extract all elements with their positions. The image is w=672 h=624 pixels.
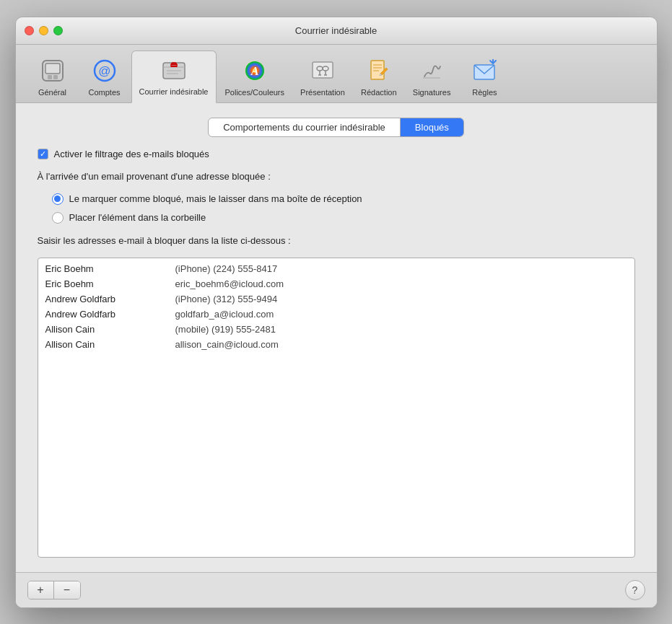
checkmark-icon: ✓	[40, 150, 46, 158]
contact-name: Eric Boehm	[45, 278, 175, 289]
toolbar-item-redaction[interactable]: Rédaction	[354, 52, 404, 102]
titlebar: Courrier indésirable	[16, 17, 657, 45]
regles-icon	[470, 56, 499, 85]
toolbar: Général @ Comptes	[16, 45, 657, 103]
signatures-icon	[417, 56, 446, 85]
toolbar-item-presentation[interactable]: Présentation	[293, 52, 352, 102]
main-window: Courrier indésirable Général @	[15, 17, 658, 608]
radio-row-trash[interactable]: Placer l'élément dans la corbeille	[52, 212, 635, 224]
svg-rect-2	[48, 75, 52, 79]
radio-row-mark[interactable]: Le marquer comme bloqué, mais le laisser…	[52, 193, 635, 205]
comptes-label: Comptes	[88, 88, 120, 97]
contact-value: (iPhone) (312) 555-9494	[175, 294, 278, 304]
toolbar-item-comptes[interactable]: @ Comptes	[79, 52, 130, 102]
svg-rect-1	[45, 63, 60, 74]
add-remove-buttons: + −	[27, 581, 81, 599]
redaction-icon	[365, 56, 393, 85]
minimize-button[interactable]	[39, 26, 48, 35]
polices-icon: A	[240, 56, 269, 85]
general-icon	[38, 56, 67, 85]
filter-checkbox[interactable]: ✓	[38, 149, 48, 159]
segment-bloques[interactable]: Bloqués	[401, 118, 463, 136]
bottom-bar: + − ?	[16, 572, 657, 607]
list-item[interactable]: Allison Cainallison_cain@icloud.com	[38, 337, 634, 352]
contact-name: Allison Cain	[45, 339, 175, 350]
contact-value: eric_boehm6@icloud.com	[175, 278, 284, 289]
blocked-list[interactable]: Eric Boehm(iPhone) (224) 555-8417Eric Bo…	[38, 258, 635, 558]
arrival-label: À l'arrivée d'un email provenant d'une a…	[38, 171, 635, 182]
toolbar-item-signatures[interactable]: Signatures	[406, 52, 458, 102]
checkbox-label: Activer le filtrage des e-mails bloqués	[54, 149, 209, 159]
toolbar-item-polices[interactable]: A Polices/Couleurs	[218, 52, 292, 102]
maximize-button[interactable]	[53, 26, 63, 35]
svg-text:@: @	[98, 64, 110, 78]
remove-button[interactable]: −	[54, 581, 80, 599]
signatures-label: Signatures	[413, 88, 451, 97]
list-item[interactable]: Eric Boehm(iPhone) (224) 555-8417	[38, 261, 634, 276]
contact-value: allison_cain@icloud.com	[175, 339, 279, 350]
contact-value: (mobile) (919) 555-2481	[175, 324, 276, 335]
contact-name: Andrew Goldfarb	[45, 294, 175, 304]
svg-rect-25	[371, 61, 384, 79]
svg-rect-3	[53, 75, 58, 79]
contact-name: Andrew Goldfarb	[45, 309, 175, 320]
courrier-label: Courrier indésirable	[139, 87, 209, 96]
redaction-label: Rédaction	[361, 88, 397, 97]
comptes-icon: @	[90, 56, 119, 85]
segment-control: Comportements du courrier indésirable Bl…	[208, 118, 464, 137]
list-item[interactable]: Andrew Goldfarb(iPhone) (312) 555-9494	[38, 291, 634, 307]
window-title: Courrier indésirable	[295, 25, 377, 36]
presentation-icon	[308, 56, 337, 85]
svg-text:A: A	[250, 65, 258, 77]
courrier-icon	[160, 56, 188, 84]
toolbar-item-general[interactable]: Général	[27, 52, 78, 102]
radio-mark-label: Le marquer comme bloqué, mais le laisser…	[69, 193, 362, 204]
radio-mark[interactable]	[52, 193, 64, 205]
list-item[interactable]: Allison Cain(mobile) (919) 555-2481	[38, 322, 634, 337]
general-label: Général	[38, 88, 66, 97]
list-label: Saisir les adresses e-mail à bloquer dan…	[38, 235, 635, 246]
segment-comportements[interactable]: Comportements du courrier indésirable	[209, 118, 400, 136]
help-button[interactable]: ?	[625, 580, 645, 600]
contact-name: Allison Cain	[45, 324, 175, 335]
list-item[interactable]: Andrew Goldfarbgoldfarb_a@icloud.com	[38, 307, 634, 322]
close-button[interactable]	[25, 26, 34, 35]
polices-label: Polices/Couleurs	[225, 88, 285, 97]
window-controls	[25, 26, 63, 35]
content-area: Comportements du courrier indésirable Bl…	[16, 103, 657, 572]
regles-label: Règles	[472, 88, 497, 97]
toolbar-item-courrier[interactable]: Courrier indésirable	[131, 50, 217, 103]
contact-value: (iPhone) (224) 555-8417	[175, 263, 278, 274]
add-button[interactable]: +	[28, 581, 54, 599]
radio-trash[interactable]	[52, 212, 64, 224]
toolbar-item-regles[interactable]: Règles	[459, 52, 510, 102]
contact-name: Eric Boehm	[45, 263, 175, 274]
list-item[interactable]: Eric Boehmeric_boehm6@icloud.com	[38, 276, 634, 291]
presentation-label: Présentation	[300, 88, 345, 97]
radio-trash-label: Placer l'élément dans la corbeille	[69, 212, 206, 223]
contact-value: goldfarb_a@icloud.com	[175, 309, 274, 320]
checkbox-row: ✓ Activer le filtrage des e-mails bloqué…	[38, 149, 635, 159]
radio-group: Le marquer comme bloqué, mais le laisser…	[38, 193, 635, 224]
